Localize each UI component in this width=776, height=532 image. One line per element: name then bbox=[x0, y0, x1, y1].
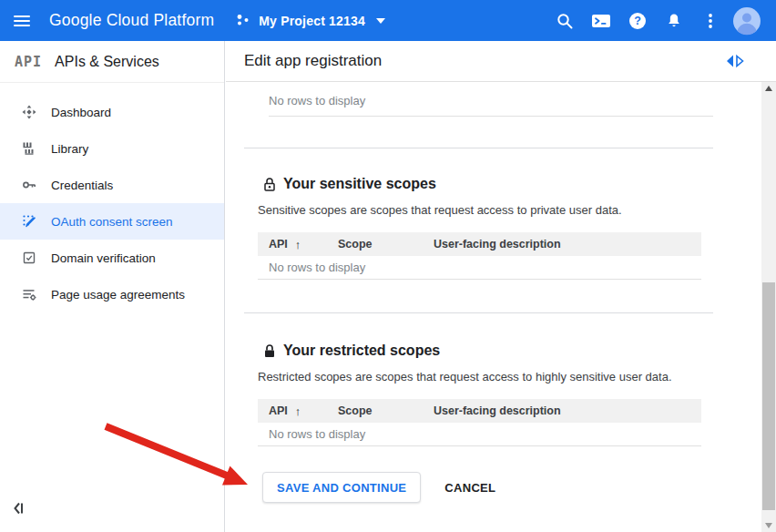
sidebar-item-label: Dashboard bbox=[51, 106, 111, 119]
sensitive-scopes-section: Your sensitive scopes Sensitive scopes a… bbox=[244, 176, 713, 280]
table-header-row: API↑ Scope User-facing description bbox=[258, 399, 701, 423]
column-description[interactable]: User-facing description bbox=[434, 238, 701, 251]
sidebar-item-label: Domain verification bbox=[51, 251, 156, 265]
scroll-up-arrow-icon[interactable] bbox=[765, 86, 772, 91]
sensitive-scopes-table: API↑ Scope User-facing description No ro… bbox=[258, 232, 701, 280]
sidebar-item-library[interactable]: Library bbox=[0, 130, 224, 167]
vertical-scrollbar[interactable] bbox=[761, 82, 776, 532]
sidebar: API APIs & Services Dashboard Library Cr… bbox=[0, 41, 225, 532]
project-selector[interactable]: My Project 12134 bbox=[236, 14, 385, 28]
oauth-icon bbox=[22, 214, 36, 229]
table-empty-row: No rows to display bbox=[258, 423, 701, 446]
sidebar-header: API APIs & Services bbox=[0, 41, 224, 83]
avatar[interactable] bbox=[729, 3, 765, 39]
column-description[interactable]: User-facing description bbox=[434, 404, 701, 417]
section-divider bbox=[244, 148, 713, 148]
action-buttons: SAVE AND CONTINUE CANCEL bbox=[262, 472, 713, 503]
cancel-button[interactable]: CANCEL bbox=[444, 481, 495, 495]
domain-check-icon bbox=[22, 251, 36, 265]
sort-arrow-icon[interactable]: ↑ bbox=[295, 404, 301, 418]
api-logo-glyph: API bbox=[15, 54, 42, 70]
main-panel: Edit app registration No rows to display… bbox=[226, 41, 776, 532]
sidebar-item-page-usage-agreements[interactable]: Page usage agreements bbox=[0, 276, 224, 312]
lock-outline-icon bbox=[262, 177, 277, 192]
library-icon bbox=[22, 141, 36, 156]
sidebar-item-label: Credentials bbox=[51, 179, 113, 192]
project-name: My Project 12134 bbox=[259, 14, 365, 28]
more-vertical-icon[interactable] bbox=[692, 3, 729, 39]
hamburger-menu-icon[interactable] bbox=[0, 0, 44, 41]
sidebar-item-credentials[interactable]: Credentials bbox=[0, 167, 224, 203]
table-empty-row: No rows to display bbox=[258, 256, 701, 280]
restricted-scopes-section: Your restricted scopes Restricted scopes… bbox=[244, 343, 713, 446]
notifications-icon[interactable] bbox=[656, 3, 692, 39]
section-divider bbox=[244, 312, 713, 313]
no-rows-text: No rows to display bbox=[269, 261, 365, 274]
section-heading: Your sensitive scopes bbox=[283, 176, 436, 192]
product-name[interactable]: Google Cloud Platform bbox=[49, 11, 214, 30]
column-api[interactable]: API bbox=[269, 404, 288, 417]
panel-toggle-icon[interactable] bbox=[725, 54, 745, 68]
project-icon bbox=[236, 14, 250, 27]
sidebar-item-domain-verification[interactable]: Domain verification bbox=[0, 240, 224, 276]
page-header: Edit app registration bbox=[226, 41, 776, 82]
sidebar-title: APIs & Services bbox=[55, 54, 159, 70]
sidebar-item-oauth-consent-screen[interactable]: OAuth consent screen bbox=[0, 203, 224, 240]
scrollbar-thumb[interactable] bbox=[762, 282, 775, 510]
no-rows-text: No rows to display bbox=[269, 427, 365, 441]
no-rows-text: No rows to display bbox=[269, 94, 365, 107]
cloud-shell-icon[interactable] bbox=[583, 3, 619, 39]
agreements-icon bbox=[22, 287, 36, 302]
key-icon bbox=[22, 178, 36, 192]
help-icon[interactable]: ? bbox=[619, 3, 656, 39]
topbar: Google Cloud Platform My Project 12134 ? bbox=[0, 0, 776, 41]
section-heading: Your restricted scopes bbox=[283, 343, 440, 359]
sidebar-item-label: OAuth consent screen bbox=[51, 215, 173, 229]
scroll-content: No rows to display Your sensitive scopes… bbox=[226, 83, 761, 532]
lock-filled-icon bbox=[262, 343, 277, 359]
collapse-sidebar-icon[interactable] bbox=[11, 501, 33, 519]
save-and-continue-button[interactable]: SAVE AND CONTINUE bbox=[262, 472, 421, 503]
section-description: Sensitive scopes are scopes that request… bbox=[258, 203, 713, 217]
restricted-scopes-table: API↑ Scope User-facing description No ro… bbox=[258, 399, 701, 446]
sidebar-nav: Dashboard Library Credentials OAuth cons… bbox=[0, 83, 224, 312]
sidebar-item-label: Page usage agreements bbox=[51, 288, 185, 302]
sidebar-item-dashboard[interactable]: Dashboard bbox=[0, 94, 224, 130]
svg-text:?: ? bbox=[634, 15, 641, 27]
caret-down-icon bbox=[376, 18, 385, 24]
column-api[interactable]: API bbox=[269, 238, 288, 251]
search-icon[interactable] bbox=[546, 3, 583, 39]
table-empty-row: No rows to display bbox=[269, 83, 713, 117]
section-description: Restricted scopes are scopes that reques… bbox=[258, 370, 713, 384]
table-header-row: API↑ Scope User-facing description bbox=[258, 232, 701, 256]
column-scope[interactable]: Scope bbox=[338, 238, 434, 251]
sort-arrow-icon[interactable]: ↑ bbox=[295, 238, 301, 251]
dashboard-icon bbox=[22, 105, 36, 119]
column-scope[interactable]: Scope bbox=[338, 404, 434, 417]
sidebar-item-label: Library bbox=[51, 142, 88, 156]
scroll-down-arrow-icon[interactable] bbox=[765, 523, 772, 528]
page-title: Edit app registration bbox=[244, 52, 382, 70]
